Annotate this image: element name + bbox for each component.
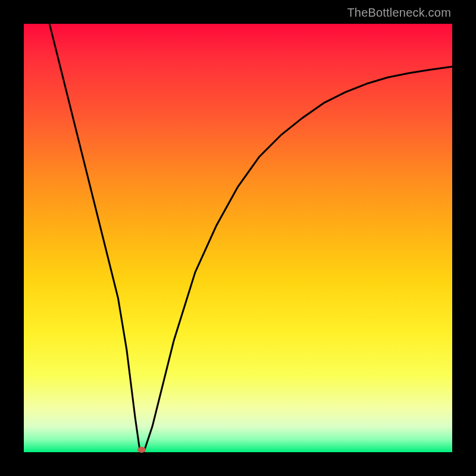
watermark-text: TheBottleneck.com (347, 6, 451, 20)
chart-frame: TheBottleneck.com (0, 0, 476, 476)
bottleneck-curve (24, 24, 452, 452)
plot-area (24, 24, 452, 452)
